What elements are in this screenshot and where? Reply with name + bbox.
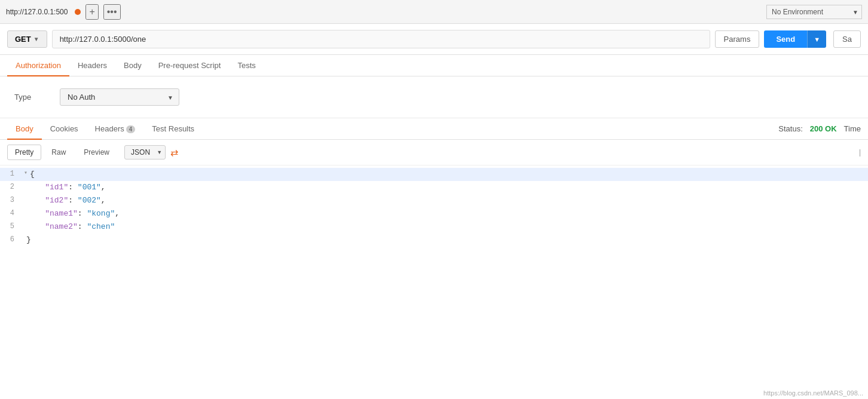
line-num-3: 3 [5, 194, 24, 207]
val-name2: "chen" [87, 222, 115, 231]
auth-type-label: Type [14, 93, 50, 102]
auth-section: Type No Auth ▼ [0, 76, 868, 118]
val-name1: "kong" [87, 209, 115, 218]
environment-select[interactable]: No Environment [766, 5, 862, 19]
line-content-5: "name2": "chen" [26, 220, 115, 234]
resp-tab-headers[interactable]: Headers4 [87, 118, 144, 140]
line-num-5: 5 [5, 220, 24, 234]
key-id1: "id1" [26, 183, 68, 192]
status-label: Status: [778, 124, 802, 133]
line-content-6: } [26, 234, 31, 247]
resp-tab-cookies[interactable]: Cookies [42, 118, 87, 140]
more-options-button[interactable]: ••• [103, 4, 121, 20]
line-arrow-1[interactable]: ▾ [24, 168, 27, 181]
request-bar: GET ▼ Params Send ▼ Sa [0, 24, 868, 55]
code-line-6: 6 } [0, 234, 868, 247]
line-num-6: 6 [5, 234, 24, 247]
response-header: Body Cookies Headers4 Test Results Statu… [0, 118, 868, 140]
resp-tab-body[interactable]: Body [7, 118, 42, 140]
url-input[interactable] [52, 30, 710, 48]
format-select[interactable]: JSON [124, 145, 166, 159]
wrap-lines-icon[interactable]: ⇄ [170, 147, 178, 158]
new-tab-button[interactable]: + [85, 4, 98, 20]
key-id2: "id2" [26, 196, 68, 205]
code-line-5: 5 "name2": "chen" [0, 220, 868, 234]
tab-headers[interactable]: Headers [69, 55, 115, 76]
params-button[interactable]: Params [715, 30, 760, 48]
top-bar: http://127.0.0.1:500 + ••• No Environmen… [0, 0, 868, 24]
code-line-3: 3 "id2": "002", [0, 194, 868, 207]
request-tabs: Authorization Headers Body Pre-request S… [0, 55, 868, 76]
url-label: http://127.0.0.1:500 [6, 8, 68, 16]
code-line-1: 1 ▾ { [0, 168, 868, 181]
scrollbar-icon: | [859, 148, 861, 156]
key-name2: "name2" [26, 222, 78, 231]
val-id1: "001" [78, 183, 101, 192]
tab-authorization[interactable]: Authorization [7, 55, 69, 76]
status-area: Status: 200 OK Time [778, 124, 861, 133]
method-label: GET [15, 35, 31, 44]
format-select-wrapper: JSON ▼ [124, 145, 166, 159]
time-label: Time [844, 124, 861, 133]
tab-pre-request-script[interactable]: Pre-request Script [150, 55, 230, 76]
auth-row: Type No Auth ▼ [14, 88, 854, 106]
line-num-4: 4 [5, 207, 24, 220]
auth-select-wrapper: No Auth ▼ [60, 88, 179, 106]
body-preview-button[interactable]: Preview [76, 145, 117, 160]
method-chevron-icon: ▼ [33, 36, 39, 42]
line-content-3: "id2": "002", [26, 194, 106, 207]
val-id2: "002" [78, 196, 101, 205]
auth-type-select[interactable]: No Auth [60, 88, 179, 106]
code-line-4: 4 "name1": "kong", [0, 207, 868, 220]
connection-dot [75, 9, 81, 15]
resp-tab-test-results[interactable]: Test Results [143, 118, 203, 140]
headers-badge: 4 [126, 125, 136, 133]
save-button[interactable]: Sa [833, 30, 861, 48]
line-content-2: "id1": "001", [26, 181, 106, 194]
line-content-1: { [30, 168, 35, 181]
code-area[interactable]: 1 ▾ { 2 "id1": "001", 3 "id2": "002", 4 … [0, 165, 868, 345]
body-toolbar: Pretty Raw Preview JSON ▼ ⇄ | [0, 140, 868, 165]
tab-body[interactable]: Body [115, 55, 150, 76]
env-selector-wrapper: No Environment ▼ [766, 5, 862, 19]
send-button[interactable]: Send [764, 30, 807, 48]
status-value: 200 OK [810, 124, 837, 133]
line-num-1: 1 [5, 168, 24, 181]
method-button[interactable]: GET ▼ [7, 30, 47, 48]
send-button-group: Send ▼ [764, 30, 826, 48]
line-num-2: 2 [5, 181, 24, 194]
body-raw-button[interactable]: Raw [44, 145, 74, 160]
line-content-4: "name1": "kong", [26, 207, 120, 220]
send-dropdown-button[interactable]: ▼ [807, 30, 826, 48]
code-line-2: 2 "id1": "001", [0, 181, 868, 194]
body-pretty-button[interactable]: Pretty [7, 145, 41, 160]
key-name1: "name1" [26, 209, 78, 218]
tab-tests[interactable]: Tests [229, 55, 264, 76]
